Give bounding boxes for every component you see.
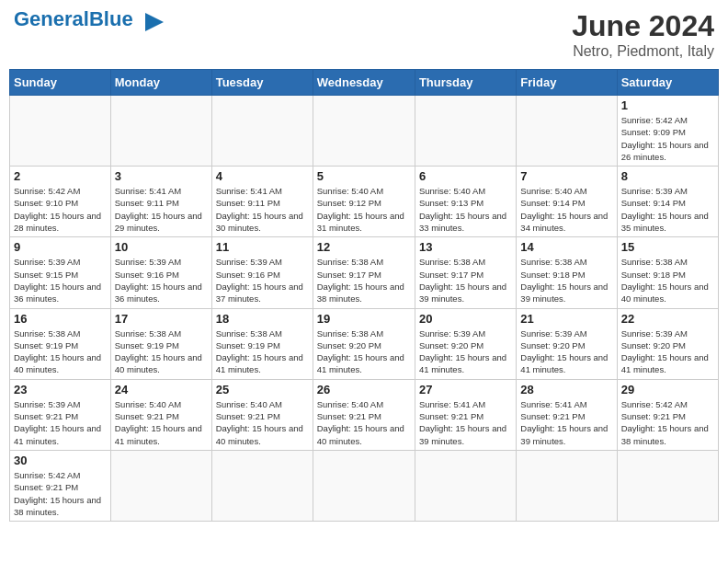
day-number: 11 [216,240,309,254]
calendar-cell: 18Sunrise: 5:38 AMSunset: 9:19 PMDayligh… [211,308,313,379]
calendar-cell [617,450,718,521]
day-number: 17 [115,312,208,326]
day-info: Sunrise: 5:38 AMSunset: 9:20 PMDaylight:… [317,327,411,376]
day-number: 18 [216,312,309,326]
logo-icon [142,9,167,35]
calendar-cell: 12Sunrise: 5:38 AMSunset: 9:17 PMDayligh… [313,237,415,308]
day-info: Sunrise: 5:41 AMSunset: 9:21 PMDaylight:… [520,398,612,447]
calendar-cell [313,450,415,521]
day-number: 30 [14,454,107,467]
day-info: Sunrise: 5:41 AMSunset: 9:11 PMDaylight:… [115,185,208,234]
day-number: 24 [115,383,208,396]
day-info: Sunrise: 5:40 AMSunset: 9:14 PMDaylight:… [520,185,612,234]
calendar-cell: 13Sunrise: 5:38 AMSunset: 9:17 PMDayligh… [415,237,516,308]
day-number: 20 [419,312,512,326]
calendar-cell: 2Sunrise: 5:42 AMSunset: 9:10 PMDaylight… [10,167,111,237]
calendar-week-row: 30Sunrise: 5:42 AMSunset: 9:21 PMDayligh… [10,450,719,521]
day-info: Sunrise: 5:40 AMSunset: 9:21 PMDaylight:… [317,398,411,447]
calendar-cell: 1Sunrise: 5:42 AMSunset: 9:09 PMDaylight… [617,96,718,167]
calendar-cell: 26Sunrise: 5:40 AMSunset: 9:21 PMDayligh… [313,379,415,450]
calendar-cell: 14Sunrise: 5:38 AMSunset: 9:18 PMDayligh… [517,237,617,308]
calendar-cell [10,96,111,167]
calendar-cell: 21Sunrise: 5:39 AMSunset: 9:20 PMDayligh… [517,308,617,379]
day-info: Sunrise: 5:40 AMSunset: 9:21 PMDaylight:… [216,398,309,447]
weekday-header-thursday: Thursday [415,70,516,96]
calendar-cell: 25Sunrise: 5:40 AMSunset: 9:21 PMDayligh… [211,379,313,450]
day-info: Sunrise: 5:41 AMSunset: 9:21 PMDaylight:… [419,398,512,447]
day-info: Sunrise: 5:38 AMSunset: 9:18 PMDaylight:… [621,256,714,304]
day-info: Sunrise: 5:38 AMSunset: 9:19 PMDaylight:… [14,327,107,376]
calendar-cell [211,450,313,521]
calendar-cell [313,96,415,167]
day-info: Sunrise: 5:39 AMSunset: 9:14 PMDaylight:… [621,185,714,234]
day-number: 3 [115,169,208,183]
calendar-cell: 7Sunrise: 5:40 AMSunset: 9:14 PMDaylight… [517,167,617,237]
calendar-cell: 17Sunrise: 5:38 AMSunset: 9:19 PMDayligh… [110,308,211,379]
calendar-cell: 29Sunrise: 5:42 AMSunset: 9:21 PMDayligh… [617,379,718,450]
calendar-cell: 10Sunrise: 5:39 AMSunset: 9:16 PMDayligh… [110,237,211,308]
calendar-week-row: 16Sunrise: 5:38 AMSunset: 9:19 PMDayligh… [10,308,719,379]
calendar-table: SundayMondayTuesdayWednesdayThursdayFrid… [9,69,719,522]
weekday-header-sunday: Sunday [10,70,111,96]
calendar-cell: 15Sunrise: 5:38 AMSunset: 9:18 PMDayligh… [617,237,718,308]
calendar-cell: 28Sunrise: 5:41 AMSunset: 9:21 PMDayligh… [517,379,617,450]
weekday-header-saturday: Saturday [617,70,718,96]
day-number: 14 [520,240,612,254]
day-info: Sunrise: 5:40 AMSunset: 9:13 PMDaylight:… [419,185,512,234]
weekday-header-monday: Monday [110,70,211,96]
calendar-cell: 5Sunrise: 5:40 AMSunset: 9:12 PMDaylight… [313,167,415,237]
day-info: Sunrise: 5:40 AMSunset: 9:12 PMDaylight:… [317,185,411,234]
calendar-cell [415,96,516,167]
day-number: 5 [317,169,411,183]
day-number: 23 [14,383,107,396]
day-info: Sunrise: 5:38 AMSunset: 9:17 PMDaylight:… [317,256,411,304]
day-info: Sunrise: 5:39 AMSunset: 9:15 PMDaylight:… [14,256,107,304]
calendar-cell [110,96,211,167]
calendar-cell: 11Sunrise: 5:39 AMSunset: 9:16 PMDayligh… [211,237,313,308]
location-text: Netro, Piedmont, Italy [572,43,714,60]
day-info: Sunrise: 5:40 AMSunset: 9:21 PMDaylight:… [115,398,208,447]
calendar-cell: 30Sunrise: 5:42 AMSunset: 9:21 PMDayligh… [10,450,111,521]
calendar-cell: 19Sunrise: 5:38 AMSunset: 9:20 PMDayligh… [313,308,415,379]
day-number: 19 [317,312,411,326]
title-area: June 2024 Netro, Piedmont, Italy [572,9,714,60]
day-number: 7 [520,169,612,183]
day-number: 21 [520,312,612,326]
calendar-cell: 24Sunrise: 5:40 AMSunset: 9:21 PMDayligh… [110,379,211,450]
weekday-header-tuesday: Tuesday [211,70,313,96]
day-info: Sunrise: 5:42 AMSunset: 9:21 PMDaylight:… [14,469,107,518]
calendar-cell [211,96,313,167]
day-info: Sunrise: 5:39 AMSunset: 9:21 PMDaylight:… [14,398,107,447]
calendar-week-row: 9Sunrise: 5:39 AMSunset: 9:15 PMDaylight… [10,237,719,308]
day-info: Sunrise: 5:42 AMSunset: 9:09 PMDaylight:… [621,114,714,163]
day-info: Sunrise: 5:41 AMSunset: 9:11 PMDaylight:… [216,185,309,234]
calendar-cell: 8Sunrise: 5:39 AMSunset: 9:14 PMDaylight… [617,167,718,237]
day-number: 2 [14,169,107,183]
calendar-week-row: 23Sunrise: 5:39 AMSunset: 9:21 PMDayligh… [10,379,719,450]
day-info: Sunrise: 5:38 AMSunset: 9:19 PMDaylight:… [115,327,208,376]
day-number: 6 [419,169,512,183]
month-year-title: June 2024 [572,9,714,43]
calendar-cell: 3Sunrise: 5:41 AMSunset: 9:11 PMDaylight… [110,167,211,237]
calendar-cell: 23Sunrise: 5:39 AMSunset: 9:21 PMDayligh… [10,379,111,450]
day-number: 28 [520,383,612,396]
svg-marker-0 [145,13,164,31]
day-number: 4 [216,169,309,183]
day-info: Sunrise: 5:39 AMSunset: 9:20 PMDaylight:… [520,327,612,376]
logo-general: General [14,7,89,30]
calendar-cell: 22Sunrise: 5:39 AMSunset: 9:20 PMDayligh… [617,308,718,379]
calendar-week-row: 2Sunrise: 5:42 AMSunset: 9:10 PMDaylight… [10,167,719,237]
calendar-cell: 9Sunrise: 5:39 AMSunset: 9:15 PMDaylight… [10,237,111,308]
day-number: 16 [14,312,107,326]
calendar-cell [415,450,516,521]
logo: GeneralBlue [14,9,167,35]
day-info: Sunrise: 5:39 AMSunset: 9:16 PMDaylight:… [115,256,208,304]
day-number: 9 [14,240,107,254]
day-number: 12 [317,240,411,254]
weekday-header-row: SundayMondayTuesdayWednesdayThursdayFrid… [10,70,719,96]
day-number: 1 [621,98,714,112]
day-info: Sunrise: 5:42 AMSunset: 9:21 PMDaylight:… [621,398,714,447]
calendar-cell: 27Sunrise: 5:41 AMSunset: 9:21 PMDayligh… [415,379,516,450]
day-number: 27 [419,383,512,396]
day-info: Sunrise: 5:39 AMSunset: 9:20 PMDaylight:… [621,327,714,376]
